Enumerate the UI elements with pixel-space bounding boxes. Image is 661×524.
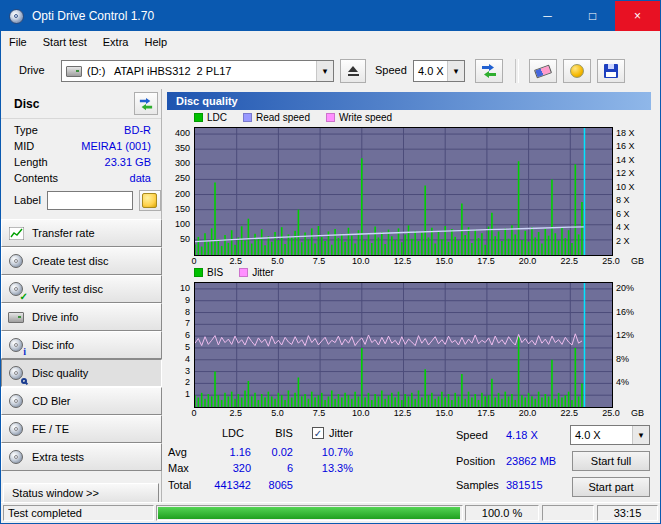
menu-start-test[interactable]: Start test [35,31,95,53]
title-bar[interactable]: Opti Drive Control 1.70 ─ □ × [1,1,660,31]
axis-label: 5.0 [261,408,293,418]
total-row-label: Total [168,479,191,491]
total-bis-value: 8065 [263,479,293,491]
legend-item-ldc: LDC [194,112,227,123]
progress-bar [156,505,463,521]
sidebar-item-label: Disc quality [32,367,88,379]
refresh-disc-button[interactable] [134,92,158,115]
close-button[interactable]: × [615,1,660,31]
save-button[interactable] [597,59,625,83]
sidebar-item-drive-info[interactable]: Drive info [1,303,162,331]
sidebar-item-label: Verify test disc [32,283,103,295]
mid-value: MEIRA1 (001) [81,140,151,152]
ldc-column-header: LDC [217,427,249,439]
legend-item-bis: BIS [194,267,223,278]
axis-label: 15.0 [428,256,460,266]
label-label: Label [14,194,41,206]
save-icon [604,64,618,78]
avg-bis-value: 0.02 [263,446,293,458]
disc-section-header: Disc [1,89,161,119]
status-window-label: Status window >> [12,487,99,499]
legend-item-write-speed: Write speed [326,112,392,123]
info-row-contents: Contents data [1,170,161,186]
axis-label: 200 [162,189,190,199]
contents-label: Contents [14,172,58,184]
sidebar-item-extra-tests[interactable]: Extra tests [1,443,162,471]
scan-speed-select[interactable]: 4.0 X ▾ [570,425,650,445]
axis-label: 10 [162,283,190,293]
axis-label: 2.5 [220,256,252,266]
sidebar-item-transfer-rate[interactable]: Transfer rate [1,219,162,247]
sidebar-item-disc-quality[interactable]: Disc quality [1,359,162,387]
axis-label: 6 [162,330,190,340]
axis-label: 12.5 [387,256,419,266]
label-row: Label [1,189,161,211]
full-erase-button[interactable] [563,59,591,83]
speed-select-value: 4.0 X [418,65,444,77]
toolbar-separator [515,59,519,83]
status-message: Test completed [8,507,82,519]
cd-bler-icon [8,393,24,409]
chevron-down-icon: ▾ [316,61,333,81]
axis-label: 250 [162,173,190,183]
axis-label: 25.0 [595,256,627,266]
axis-label: 22.5 [553,256,585,266]
max-jitter-value: 13.3% [303,462,353,474]
info-row-type: Type BD-R [1,122,161,138]
legend-item-jitter: Jitter [239,267,274,278]
axis-label: 16 X [616,141,646,151]
axis-label: 400 [162,128,190,138]
minimize-button[interactable]: ─ [525,1,570,31]
write-label-icon [142,193,157,208]
minimize-icon: ─ [543,9,552,23]
sidebar-item-create-test-disc[interactable]: Create test disc [1,247,162,275]
axis-label: 7 [162,318,190,328]
disc-info-icon: i [8,337,24,353]
status-spacer-cell [542,505,594,521]
drive-label: Drive [19,64,45,76]
start-full-button[interactable]: Start full [572,451,650,471]
axis-label: 25.0 [595,408,627,418]
fe-te-icon [8,421,24,437]
axis-label: 7.5 [303,256,335,266]
speed-select[interactable]: 4.0 X ▾ [413,60,465,82]
ldc-read-speed-chart [194,127,613,256]
axis-label: 18 X [616,128,646,138]
app-icon [9,9,24,24]
eject-button[interactable] [340,59,366,83]
jitter-checkbox-label: Jitter [329,427,353,439]
jitter-checkbox[interactable]: ✓ [312,427,324,439]
max-bis-value: 6 [263,462,293,474]
axis-label: 150 [162,204,190,214]
sidebar-item-verify-test-disc[interactable]: ✓ Verify test disc [1,275,162,303]
axis-label: 20.0 [512,408,544,418]
menu-extra[interactable]: Extra [95,31,137,53]
sidebar-item-disc-info[interactable]: i Disc info [1,331,162,359]
label-input[interactable] [47,191,133,210]
verify-test-disc-icon: ✓ [8,281,24,297]
menu-file[interactable]: File [1,31,35,53]
menu-help[interactable]: Help [136,31,175,53]
refresh-speeds-button[interactable] [475,59,503,83]
status-window-button[interactable]: Status window >> [3,483,159,503]
sidebar-item-cd-bler[interactable]: CD Bler [1,387,162,415]
write-label-button[interactable] [139,190,161,211]
axis-label: 9 [162,295,190,305]
sidebar-item-fe-te[interactable]: FE / TE [1,415,162,443]
chart2-legend: BISJitter [194,267,274,278]
type-value: BD-R [124,124,151,136]
drive-select[interactable]: (D:) ATAPI iHBS312 2 PL17 ▾ [61,60,334,82]
scan-speed-value: 4.0 X [575,429,601,441]
maximize-button[interactable]: □ [570,1,615,31]
panel-title-text: Disc quality [176,95,238,107]
axis-label: 350 [162,143,190,153]
erase-disc-button[interactable] [529,59,557,83]
drive-select-value: (D:) ATAPI iHBS312 2 PL17 [87,65,232,77]
start-part-button[interactable]: Start part [572,477,650,497]
chart1-legend: LDCRead speedWrite speed [194,112,392,123]
axis-label: 50 [162,234,190,244]
axis-label: 16% [616,307,646,317]
app-window: Opti Drive Control 1.70 ─ □ × File Start… [0,0,661,524]
axis-label: 12% [616,330,646,340]
axis-label: 12 X [616,168,646,178]
